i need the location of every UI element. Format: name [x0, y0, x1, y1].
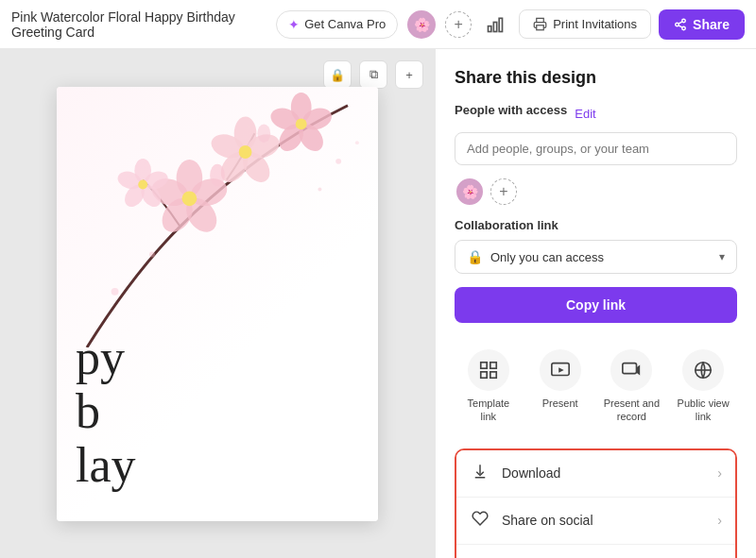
- collab-label: Collaboration link: [455, 218, 737, 232]
- svg-point-26: [296, 118, 307, 129]
- template-link-icon: [468, 349, 509, 391]
- panel-title: Share this design: [455, 68, 737, 88]
- present-option[interactable]: Present: [526, 340, 594, 433]
- svg-rect-46: [623, 364, 637, 374]
- action-list: Download › Share on social › Print with …: [455, 448, 737, 558]
- document-title: Pink Watercolor Floral Happy Birthday Gr…: [11, 9, 268, 40]
- add-team-button[interactable]: +: [445, 11, 472, 38]
- svg-point-39: [355, 141, 359, 144]
- copy-tool-button[interactable]: ⧉: [359, 60, 387, 89]
- print-invitations-button[interactable]: Print Invitations: [519, 9, 651, 39]
- public-view-option[interactable]: Public view link: [669, 340, 737, 433]
- download-icon: [470, 463, 490, 484]
- card-text: py b lay: [76, 330, 136, 493]
- lock-tool-button[interactable]: 🔒: [323, 60, 352, 89]
- add-page-button[interactable]: +: [395, 60, 423, 89]
- canvas-toolbar: 🔒 ⧉ +: [323, 60, 423, 89]
- template-link-option[interactable]: Template link: [455, 340, 523, 433]
- svg-marker-45: [558, 367, 564, 373]
- share-options-grid: Template link Present Present and record: [455, 340, 737, 433]
- avatar: 🌸: [405, 8, 438, 41]
- svg-point-37: [335, 158, 341, 163]
- svg-point-6: [682, 26, 686, 30]
- svg-rect-43: [490, 372, 496, 378]
- svg-rect-2: [499, 18, 502, 31]
- topbar: Pink Watercolor Floral Happy Birthday Gr…: [0, 0, 756, 49]
- analytics-button[interactable]: [479, 8, 511, 41]
- card-preview: py b lay: [57, 87, 378, 521]
- present-record-option[interactable]: Present and record: [598, 340, 666, 433]
- download-label: Download: [502, 465, 706, 481]
- edit-link[interactable]: Edit: [575, 107, 595, 121]
- share-social-icon: [470, 510, 490, 532]
- lock-icon: 🔒: [467, 249, 483, 264]
- svg-point-14: [182, 191, 198, 206]
- svg-rect-42: [481, 372, 487, 378]
- share-social-chevron-icon: ›: [717, 513, 722, 528]
- svg-point-5: [676, 23, 679, 26]
- svg-rect-3: [537, 25, 544, 30]
- user-avatar: 🌸: [455, 177, 485, 207]
- access-dropdown[interactable]: 🔒 Only you can access ▾: [455, 240, 737, 274]
- svg-rect-0: [489, 25, 491, 31]
- svg-line-8: [679, 21, 682, 23]
- public-view-label: Public view link: [673, 397, 733, 424]
- share-panel: Share this design People with access Edi…: [435, 49, 756, 558]
- present-icon: [540, 349, 581, 391]
- copy-link-button[interactable]: Copy link: [455, 287, 737, 323]
- share-button[interactable]: Share: [659, 9, 745, 40]
- access-value: Only you can access: [490, 250, 604, 264]
- search-input[interactable]: [455, 132, 737, 165]
- svg-point-33: [210, 163, 225, 186]
- svg-point-34: [257, 124, 270, 143]
- svg-point-4: [682, 19, 686, 23]
- svg-point-38: [318, 187, 321, 191]
- collaboration-section: Collaboration link 🔒 Only you can access…: [455, 218, 737, 274]
- svg-point-36: [149, 251, 155, 257]
- people-section-label: People with access: [455, 103, 567, 117]
- download-chevron-icon: ›: [717, 465, 722, 481]
- invite-more-button[interactable]: +: [490, 178, 517, 205]
- download-action[interactable]: Download ›: [456, 450, 735, 498]
- svg-point-35: [112, 287, 119, 295]
- share-social-action[interactable]: Share on social ›: [456, 498, 735, 545]
- svg-point-20: [239, 145, 252, 159]
- share-social-label: Share on social: [502, 513, 706, 528]
- present-label: Present: [542, 397, 578, 410]
- svg-rect-41: [490, 363, 496, 368]
- svg-point-32: [138, 179, 147, 189]
- present-record-icon: [610, 349, 652, 391]
- svg-rect-40: [481, 363, 487, 368]
- chevron-down-icon: ▾: [719, 250, 725, 263]
- print-canva-action[interactable]: Print with Canva ›: [456, 545, 735, 558]
- svg-rect-1: [494, 22, 497, 31]
- gem-icon: ✦: [288, 17, 300, 32]
- present-record-label: Present and record: [602, 397, 662, 424]
- template-link-label: Template link: [458, 397, 519, 424]
- people-row: 🌸 +: [455, 177, 737, 207]
- public-view-icon: [682, 349, 724, 391]
- svg-line-7: [679, 25, 682, 26]
- canvas-area: 🔒 ⧉ +: [0, 49, 435, 558]
- canva-pro-button[interactable]: ✦ Get Canva Pro: [276, 10, 398, 39]
